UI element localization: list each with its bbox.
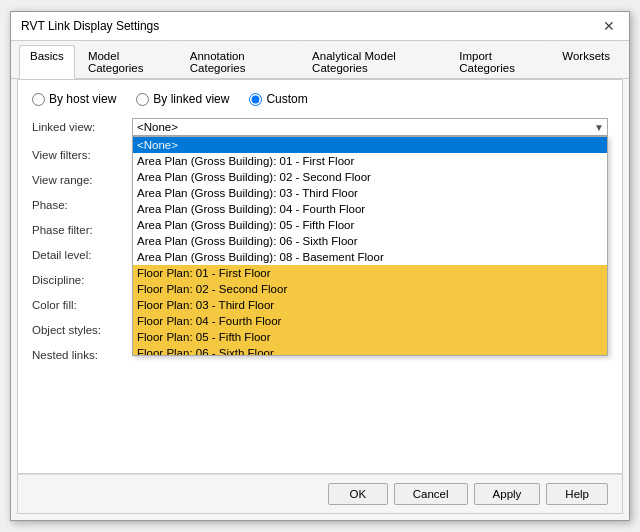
tab-import-categories[interactable]: Import Categories [448,45,549,78]
dialog-title: RVT Link Display Settings [21,19,159,33]
tab-bar: Basics Model Categories Annotation Categ… [11,41,629,79]
dropdown-item[interactable]: Area Plan (Gross Building): 01 - First F… [133,153,607,169]
discipline-label: Discipline: [32,271,132,286]
radio-linked-label: By linked view [153,92,229,106]
radio-host-input[interactable] [32,93,45,106]
linked-view-value: <None> [137,121,178,133]
dialog-footer: OK Cancel Apply Help [17,474,623,514]
radio-linked-input[interactable] [136,93,149,106]
dropdown-item[interactable]: Area Plan (Gross Building): 04 - Fourth … [133,201,607,217]
object-styles-label: Object styles: [32,321,132,336]
dropdown-item[interactable]: Floor Plan: 04 - Fourth Floor [133,313,607,329]
form-grid: Linked view: <None> ▼ <None>Area Plan (G… [32,118,608,361]
radio-by-host-view[interactable]: By host view [32,92,116,106]
ok-button[interactable]: OK [328,483,388,505]
help-button[interactable]: Help [546,483,608,505]
linked-view-dropdown-wrapper: <None> ▼ <None>Area Plan (Gross Building… [132,118,608,136]
view-range-label: View range: [32,171,132,186]
tab-basics[interactable]: Basics [19,45,75,79]
dropdown-item[interactable]: Area Plan (Gross Building): 02 - Second … [133,169,607,185]
dropdown-list[interactable]: <None>Area Plan (Gross Building): 01 - F… [132,136,608,356]
view-mode-row: By host view By linked view Custom [32,92,608,106]
dropdown-item[interactable]: Floor Plan: 05 - Fifth Floor [133,329,607,345]
phase-filter-label: Phase filter: [32,221,132,236]
radio-by-linked-view[interactable]: By linked view [136,92,229,106]
linked-view-label: Linked view: [32,118,132,133]
radio-host-label: By host view [49,92,116,106]
tab-model-categories[interactable]: Model Categories [77,45,177,78]
tab-annotation-categories[interactable]: Annotation Categories [179,45,299,78]
radio-custom-input[interactable] [249,93,262,106]
radio-custom[interactable]: Custom [249,92,307,106]
tab-analytical-model-categories[interactable]: Analytical Model Categories [301,45,446,78]
dialog-content: By host view By linked view Custom Linke… [17,79,623,474]
nested-links-label: Nested links: [32,346,132,361]
apply-button[interactable]: Apply [474,483,541,505]
dropdown-item[interactable]: Area Plan (Gross Building): 08 - Basemen… [133,249,607,265]
close-button[interactable]: ✕ [599,18,619,34]
dropdown-item[interactable]: Floor Plan: 03 - Third Floor [133,297,607,313]
color-fill-label: Color fill: [32,296,132,311]
dropdown-item[interactable]: Floor Plan: 01 - First Floor [133,265,607,281]
dropdown-item[interactable]: Area Plan (Gross Building): 05 - Fifth F… [133,217,607,233]
linked-view-dropdown[interactable]: <None> [132,118,608,136]
dropdown-item[interactable]: Area Plan (Gross Building): 06 - Sixth F… [133,233,607,249]
cancel-button[interactable]: Cancel [394,483,468,505]
rvt-link-dialog: RVT Link Display Settings ✕ Basics Model… [10,11,630,521]
dropdown-item[interactable]: <None> [133,137,607,153]
title-bar: RVT Link Display Settings ✕ [11,12,629,41]
phase-label: Phase: [32,196,132,211]
dropdown-item[interactable]: Area Plan (Gross Building): 03 - Third F… [133,185,607,201]
radio-custom-label: Custom [266,92,307,106]
dropdown-item[interactable]: Floor Plan: 02 - Second Floor [133,281,607,297]
detail-level-label: Detail level: [32,246,132,261]
view-filters-label: View filters: [32,146,132,161]
dropdown-item[interactable]: Floor Plan: 06 - Sixth Floor [133,345,607,356]
tab-worksets[interactable]: Worksets [551,45,621,78]
